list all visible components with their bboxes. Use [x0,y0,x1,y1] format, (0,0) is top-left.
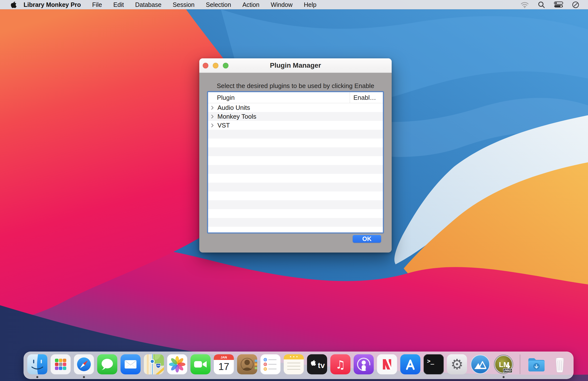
svg-text:>_: >_ [427,358,434,364]
app-store-icon[interactable] [400,354,420,379]
column-header-plugin[interactable]: Plugin [208,94,350,101]
wifi-icon[interactable] [521,1,529,8]
svg-text:17: 17 [218,361,230,372]
plugin-row-label: Audio Units [217,104,250,112]
running-indicator [503,376,504,378]
svg-text:280: 280 [157,364,160,366]
notes-icon[interactable] [284,354,304,379]
column-header-enabled[interactable]: Enabl… [350,92,383,103]
svg-text:JAN: JAN [221,356,227,359]
running-indicator [36,376,38,378]
apple-tv-icon[interactable]: tv [307,354,327,379]
traffic-lights [203,58,229,73]
launchpad-icon[interactable] [51,354,71,379]
plugin-row-label: Monkey Tools [217,113,256,120]
menu-item-window[interactable]: Window [271,1,293,8]
contacts-icon[interactable] [237,354,257,379]
dock-separator [520,355,520,374]
disclosure-triangle-icon[interactable] [211,114,215,118]
menu-item-edit[interactable]: Edit [113,1,124,8]
disclosure-triangle-icon[interactable] [211,106,215,110]
menu-items: FileEditDatabaseSessionSelectionActionWi… [92,1,328,8]
reminders-icon[interactable] [260,354,280,379]
plugin-row-audio-units[interactable]: Audio Units [208,103,383,112]
running-indicator [83,376,85,378]
svg-text:⚙: ⚙ [451,356,463,373]
music-icon[interactable]: ♫ [330,354,350,379]
minimize-button[interactable] [213,63,218,68]
svg-text:PRO: PRO [504,369,511,372]
menu-item-database[interactable]: Database [135,1,162,8]
plugin-manager-window: Plugin Manager Select the desired plugin… [199,58,392,252]
safari-icon[interactable] [74,354,94,379]
table-header: Plugin Enabl… [208,92,383,103]
podcasts-icon[interactable] [354,354,374,379]
news-icon[interactable] [377,354,397,379]
apple-menu-icon[interactable] [11,1,17,8]
system-preferences-icon[interactable]: ⚙ [447,354,467,379]
plugin-row-label: VST [217,122,230,129]
svg-text:tv: tv [318,361,325,370]
svg-text:♫: ♫ [335,358,345,371]
spotlight-search-icon[interactable] [538,1,545,8]
clock-icon[interactable] [572,1,579,8]
instruction-text: Select the desired plugins to be used by… [199,82,392,90]
menu-item-selection[interactable]: Selection [206,1,231,8]
control-center-icon[interactable] [554,1,563,8]
menu-bar: Library Monkey Pro FileEditDatabaseSessi… [0,0,588,9]
menu-status-icons [521,1,579,8]
menu-item-session[interactable]: Session [173,1,195,8]
app-menu-title[interactable]: Library Monkey Pro [23,1,81,8]
blue-mountain-app-icon[interactable] [470,354,490,379]
menu-item-help[interactable]: Help [304,1,316,8]
plugin-row-vst[interactable]: VST [208,121,383,130]
zoom-button[interactable] [223,63,229,68]
maps-icon[interactable]: 280 [144,354,164,379]
disclosure-triangle-icon[interactable] [211,123,215,127]
terminal-icon[interactable]: >_ [423,354,444,379]
menu-item-file[interactable]: File [92,1,102,8]
dock: 280JAN17tv♫>_⚙LMPRO [23,352,573,379]
window-title-bar[interactable]: Plugin Manager [199,58,392,73]
finder-icon[interactable] [27,354,47,379]
close-button[interactable] [203,63,208,68]
menu-item-action[interactable]: Action [242,1,259,8]
plugin-row-monkey-tools[interactable]: Monkey Tools [208,112,383,121]
messages-icon[interactable] [97,354,117,379]
trash-icon[interactable] [550,354,570,379]
facetime-icon[interactable] [190,354,210,379]
desktop: Library Monkey Pro FileEditDatabaseSessi… [0,0,588,381]
plugin-table-body: Audio UnitsMonkey ToolsVST [208,103,383,233]
ok-button[interactable]: OK [353,235,381,243]
library-monkey-pro-icon[interactable]: LMPRO [494,354,514,379]
calendar-icon[interactable]: JAN17 [214,354,234,379]
downloads-folder-icon[interactable] [526,354,546,379]
photos-icon[interactable] [167,354,187,379]
plugin-table: Plugin Enabl… Audio UnitsMonkey ToolsVST [207,91,384,233]
mail-icon[interactable] [121,354,141,379]
